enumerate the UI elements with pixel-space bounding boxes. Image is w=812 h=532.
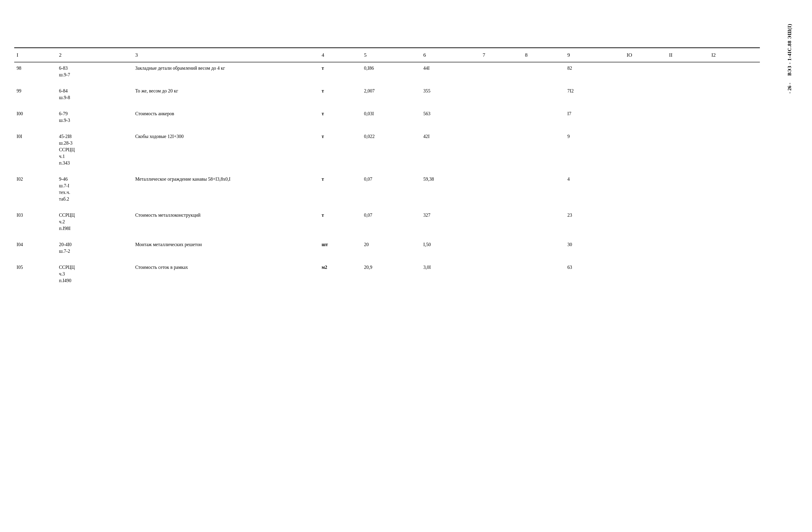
row-num: I0I xyxy=(14,131,57,169)
row-col10 xyxy=(624,261,667,286)
row-num: I02 xyxy=(14,173,57,205)
row-col11 xyxy=(667,108,709,126)
row-col12 xyxy=(709,173,760,205)
main-content: I 2 3 4 5 6 7 8 9 IO II I2 986-83ш.9-7За… xyxy=(14,47,760,291)
right-label: ВЭЗ - 1-4IС.88 ЭШ(I) - 26 - xyxy=(781,19,798,291)
row-col7 xyxy=(480,85,523,103)
row-col8 xyxy=(523,85,565,103)
row-col11 xyxy=(667,261,709,286)
row-col7 xyxy=(480,209,523,234)
row-col5: 0,03I xyxy=(362,108,421,126)
row-unit: т xyxy=(319,131,362,169)
row-desc: Стоимость анкеров xyxy=(133,108,319,126)
row-desc: То же, весом до 20 кг xyxy=(133,85,319,103)
row-col12 xyxy=(709,62,760,81)
row-col6: I,50 xyxy=(421,239,480,257)
row-col11 xyxy=(667,131,709,169)
row-col5: 20,9 xyxy=(362,261,421,286)
row-col9: 30 xyxy=(565,239,624,257)
row-col8 xyxy=(523,108,565,126)
spacer-row xyxy=(14,126,760,131)
table-row: 996-84ш.9-8То же, весом до 20 кгт2,00735… xyxy=(14,85,760,103)
table-row: I0I45-2I8ш.28-3ССРЦЦч.1п.343Скобы ходовы… xyxy=(14,131,760,169)
row-col6: 327 xyxy=(421,209,480,234)
header-col-11: II xyxy=(667,48,709,62)
row-col8 xyxy=(523,209,565,234)
row-ref: 45-2I8ш.28-3ССРЦЦч.1п.343 xyxy=(57,131,133,169)
row-col7 xyxy=(480,173,523,205)
row-col11 xyxy=(667,173,709,205)
row-desc: Металлическое ограждение канавы 58+I3,8x… xyxy=(133,173,319,205)
row-ref: 6-79ш.9-3 xyxy=(57,108,133,126)
row-col12 xyxy=(709,131,760,169)
row-desc: Скобы ходовые 12I+300 xyxy=(133,131,319,169)
row-col12 xyxy=(709,85,760,103)
row-col10 xyxy=(624,85,667,103)
row-desc: Стоимость металлоконструкций xyxy=(133,209,319,234)
spacer-row xyxy=(14,81,760,85)
row-col9: I7 xyxy=(565,108,624,126)
row-unit: т xyxy=(319,173,362,205)
spacer-row xyxy=(14,257,760,261)
row-unit: т xyxy=(319,108,362,126)
row-col5: 0,022 xyxy=(362,131,421,169)
row-col6: 3,0I xyxy=(421,261,480,286)
row-col8 xyxy=(523,173,565,205)
row-col8 xyxy=(523,62,565,81)
row-col12 xyxy=(709,108,760,126)
row-col5: 0,07 xyxy=(362,173,421,205)
row-desc: Монтаж металлических решетон xyxy=(133,239,319,257)
header-col-3: 3 xyxy=(133,48,319,62)
row-col12 xyxy=(709,209,760,234)
row-col6: 44I xyxy=(421,62,480,81)
header-col-4: 4 xyxy=(319,48,362,62)
row-num: I05 xyxy=(14,261,57,286)
row-col9: 7I2 xyxy=(565,85,624,103)
row-col10 xyxy=(624,108,667,126)
row-col10 xyxy=(624,131,667,169)
row-unit: шт xyxy=(319,239,362,257)
row-ref: 6-84ш.9-8 xyxy=(57,85,133,103)
row-col7 xyxy=(480,239,523,257)
header-col-2: 2 xyxy=(57,48,133,62)
row-num: I04 xyxy=(14,239,57,257)
header-col-12: I2 xyxy=(709,48,760,62)
row-col8 xyxy=(523,131,565,169)
table-body: 986-83ш.9-7Закладные детали обрамлений в… xyxy=(14,62,760,291)
spacer-row xyxy=(14,103,760,108)
spacer-row xyxy=(14,169,760,173)
row-num: 99 xyxy=(14,85,57,103)
row-col10 xyxy=(624,209,667,234)
header-col-8: 8 xyxy=(523,48,565,62)
side-label-top: ВЭЗ - 1-4IС.88 ЭШ(I) xyxy=(787,24,793,76)
row-col10 xyxy=(624,239,667,257)
row-col9: 9 xyxy=(565,131,624,169)
row-col9: 23 xyxy=(565,209,624,234)
side-label-bottom: - 26 - xyxy=(787,83,793,94)
table-row: I029-46ш.7-Iтех.ч.таб.2Металлическое огр… xyxy=(14,173,760,205)
header-col-5: 5 xyxy=(362,48,421,62)
row-num: I00 xyxy=(14,108,57,126)
row-ref: ССРЦЦч.2п.I98I xyxy=(57,209,133,234)
row-col5: 0,07 xyxy=(362,209,421,234)
row-col6: 42I xyxy=(421,131,480,169)
row-col11 xyxy=(667,239,709,257)
row-col9: 63 xyxy=(565,261,624,286)
row-col8 xyxy=(523,261,565,286)
row-num: 98 xyxy=(14,62,57,81)
row-col7 xyxy=(480,131,523,169)
row-col11 xyxy=(667,62,709,81)
header-col-9: 9 xyxy=(565,48,624,62)
row-desc: Стоимость сеток в рамках xyxy=(133,261,319,286)
row-unit: т xyxy=(319,62,362,81)
row-ref: 6-83ш.9-7 xyxy=(57,62,133,81)
table-row: I006-79ш.9-3Стоимость анкеровт0,03I563I7 xyxy=(14,108,760,126)
row-col12 xyxy=(709,239,760,257)
table-row: I03ССРЦЦч.2п.I98IСтоимость металлоконстр… xyxy=(14,209,760,234)
page-wrapper: I 2 3 4 5 6 7 8 9 IO II I2 986-83ш.9-7За… xyxy=(14,19,798,291)
row-ref: ССРЦЦч.3п.I490 xyxy=(57,261,133,286)
row-col7 xyxy=(480,261,523,286)
row-col8 xyxy=(523,239,565,257)
row-col10 xyxy=(624,173,667,205)
row-ref: 9-46ш.7-Iтех.ч.таб.2 xyxy=(57,173,133,205)
